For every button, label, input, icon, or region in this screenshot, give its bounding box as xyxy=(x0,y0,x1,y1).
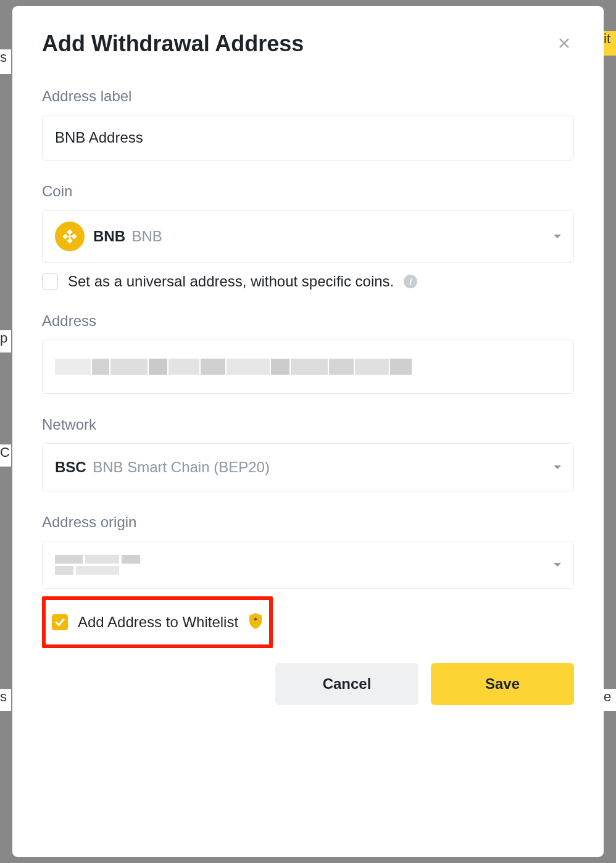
address-label-input[interactable] xyxy=(42,115,574,161)
address-label-label: Address label xyxy=(42,88,574,105)
coin-symbol: BNB xyxy=(93,228,125,244)
network-name: BNB Smart Chain (BEP20) xyxy=(93,459,270,475)
address-origin-group: Address origin xyxy=(42,514,574,589)
address-label-group: Address label xyxy=(42,88,574,161)
whitelist-label: Add Address to Whitelist xyxy=(78,614,238,631)
bnb-coin-icon xyxy=(55,222,85,251)
universal-address-label: Set as a universal address, without spec… xyxy=(68,273,394,290)
action-buttons: Cancel Save xyxy=(42,663,574,705)
network-label: Network xyxy=(42,416,574,433)
address-field-label: Address xyxy=(42,312,574,330)
chevron-down-icon xyxy=(554,465,561,469)
check-icon xyxy=(54,617,65,628)
shield-icon xyxy=(248,612,263,632)
close-button[interactable] xyxy=(554,33,574,55)
coin-name: BNB xyxy=(131,228,162,244)
coin-select[interactable]: BNB BNB xyxy=(42,210,574,263)
whitelist-row: Add Address to Whitelist xyxy=(42,596,273,648)
whitelist-checkbox[interactable] xyxy=(52,614,68,630)
address-input[interactable] xyxy=(42,340,574,394)
address-origin-label: Address origin xyxy=(42,514,574,531)
save-button[interactable]: Save xyxy=(431,663,574,705)
modal-title: Add Withdrawal Address xyxy=(42,31,304,57)
coin-label: Coin xyxy=(42,183,574,200)
chevron-down-icon xyxy=(554,563,561,567)
network-select[interactable]: BSC BNB Smart Chain (BEP20) xyxy=(42,443,574,491)
universal-address-checkbox[interactable] xyxy=(42,273,58,290)
close-icon xyxy=(557,36,572,51)
address-redacted xyxy=(55,359,412,375)
cancel-button[interactable]: Cancel xyxy=(275,663,418,705)
address-origin-redacted xyxy=(55,555,140,575)
address-origin-select[interactable] xyxy=(42,541,574,589)
network-symbol: BSC xyxy=(55,459,86,475)
info-icon[interactable]: i xyxy=(404,275,417,288)
universal-address-row: Set as a universal address, without spec… xyxy=(42,273,574,290)
chevron-down-icon xyxy=(554,235,561,238)
modal-header: Add Withdrawal Address xyxy=(42,31,574,57)
network-group: Network BSC BNB Smart Chain (BEP20) xyxy=(42,416,574,491)
address-group: Address xyxy=(42,312,574,394)
add-withdrawal-address-modal: Add Withdrawal Address Address label Coi… xyxy=(12,6,604,857)
coin-group: Coin BNB BNB Set as a universal address,… xyxy=(42,183,574,290)
